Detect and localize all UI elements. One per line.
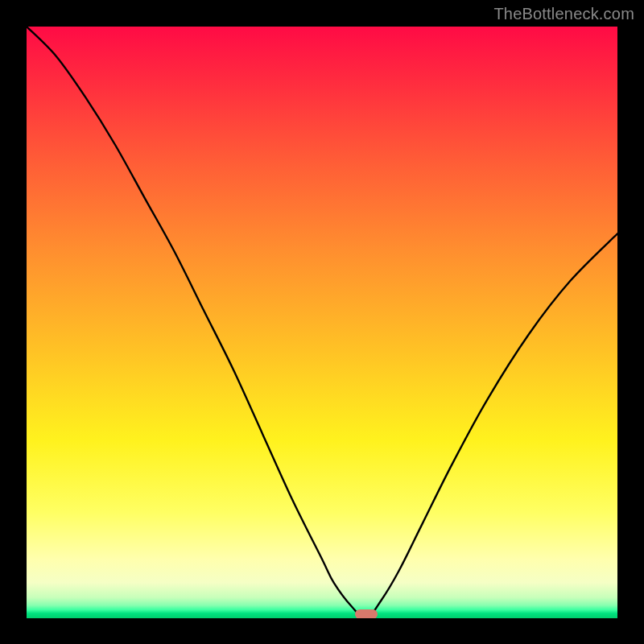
- watermark-text: TheBottleneck.com: [493, 5, 634, 23]
- bottleneck-curve: [27, 27, 617, 618]
- plot-area: [27, 27, 617, 618]
- chart-frame: TheBottleneck.com: [0, 0, 644, 644]
- balance-point-marker: [355, 609, 378, 618]
- bottleneck-curve-svg: [27, 27, 617, 618]
